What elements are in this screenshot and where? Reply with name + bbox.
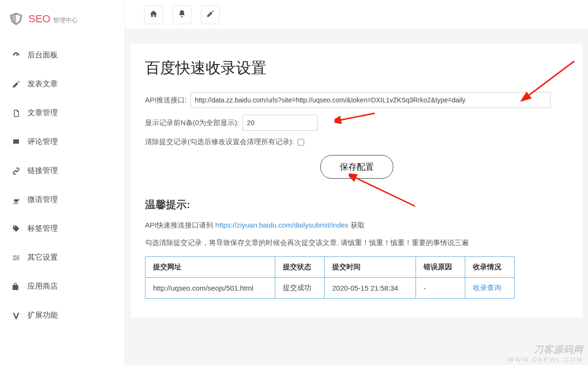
clear-checkbox[interactable] bbox=[298, 139, 304, 146]
sidebar-item-label: 后台面板 bbox=[27, 50, 58, 60]
bag-icon bbox=[11, 282, 21, 292]
tips-line-2: 勾选清除提交记录，将导致保存文章的时候会再次提交该文章. 请慎重！慎重！慎重！重… bbox=[145, 236, 568, 249]
tips-heading: 温馨提示: bbox=[145, 198, 568, 212]
sidebar-item-post[interactable]: 发表文章 bbox=[0, 70, 125, 99]
bell-icon bbox=[178, 9, 186, 19]
sidebar-item-label: 其它设置 bbox=[27, 253, 58, 263]
sidebar-item-settings[interactable]: 其它设置 bbox=[0, 243, 125, 272]
cell-status: 提交成功 bbox=[275, 278, 324, 299]
sidebar-item-label: 文章管理 bbox=[27, 108, 58, 118]
clear-label: 清除提交记录(勾选后修改设置会清理所有记录): bbox=[145, 137, 294, 146]
watermark-url: WWW.DKEWL.COM bbox=[508, 356, 583, 363]
sidebar-item-label: 评论管理 bbox=[27, 137, 58, 147]
watermark-title: 刀客源码网 bbox=[508, 343, 583, 356]
index-query-link[interactable]: 收录查询 bbox=[473, 283, 501, 292]
tips-link[interactable]: https://ziyuan.baidu.com/dailysubmit/ind… bbox=[215, 221, 348, 229]
sidebar-item-tags[interactable]: 标签管理 bbox=[0, 214, 125, 243]
v-icon bbox=[11, 311, 21, 320]
home-icon bbox=[149, 9, 158, 19]
api-label: API推送接口: bbox=[145, 96, 187, 105]
compose-button[interactable] bbox=[201, 5, 220, 24]
link-icon bbox=[11, 166, 21, 176]
sidebar-item-label: 链接管理 bbox=[27, 166, 58, 176]
sidebar-item-dashboard[interactable]: 后台面板 bbox=[0, 41, 125, 70]
brand-title: SEO bbox=[28, 13, 50, 25]
docs-icon bbox=[11, 109, 21, 118]
cell-url: http://uqseo.com/seojs/501.html bbox=[145, 278, 275, 299]
api-row: API推送接口: bbox=[145, 92, 568, 108]
sidebar-item-articles[interactable]: 文章管理 bbox=[0, 99, 125, 128]
cell-index: 收录查询 bbox=[465, 278, 514, 299]
sidebar: SEO 管理中心 后台面板 发表文章 文章管理 评论管理 链接管理 微语管理 标… bbox=[0, 0, 125, 365]
sidebar-item-store[interactable]: 应用商店 bbox=[0, 272, 125, 301]
comment-icon bbox=[11, 137, 21, 147]
brand-subtitle: 管理中心 bbox=[53, 17, 78, 24]
sidebar-item-label: 扩展功能 bbox=[27, 310, 58, 320]
nav-list: 后台面板 发表文章 文章管理 评论管理 链接管理 微语管理 标签管理 其它设置 … bbox=[0, 37, 125, 334]
records-row: 显示记录前N条(0为全部显示): bbox=[145, 115, 568, 131]
save-button[interactable]: 保存配置 bbox=[320, 155, 393, 179]
clear-row: 清除提交记录(勾选后修改设置会清理所有记录): bbox=[145, 137, 568, 146]
logo-icon bbox=[9, 11, 24, 27]
table-header-row: 提交网址 提交状态 提交时间 错误原因 收录情况 bbox=[145, 257, 515, 278]
sidebar-item-links[interactable]: 链接管理 bbox=[0, 156, 125, 185]
sliders-icon bbox=[11, 253, 21, 263]
sidebar-item-comments[interactable]: 评论管理 bbox=[0, 128, 125, 156]
dashboard-icon bbox=[11, 51, 21, 60]
edit-icon bbox=[11, 80, 21, 89]
sidebar-item-micro[interactable]: 微语管理 bbox=[0, 185, 125, 214]
sidebar-item-label: 应用商店 bbox=[27, 282, 58, 292]
th-error: 错误原因 bbox=[416, 257, 465, 278]
sidebar-item-label: 微语管理 bbox=[27, 195, 58, 205]
th-status: 提交状态 bbox=[275, 257, 324, 278]
coffee-icon bbox=[11, 195, 21, 205]
brand: SEO 管理中心 bbox=[0, 5, 125, 37]
home-button[interactable] bbox=[144, 5, 163, 24]
settings-card: 百度快速收录设置 API推送接口: 显示记录前N条(0为全部显示): bbox=[131, 44, 582, 318]
cell-error: - bbox=[416, 278, 465, 299]
records-input[interactable] bbox=[243, 115, 317, 131]
tips-line-1: API快速推送接口请到 https://ziyuan.baidu.com/dai… bbox=[145, 219, 568, 231]
api-input[interactable] bbox=[190, 92, 551, 108]
th-url: 提交网址 bbox=[145, 257, 275, 278]
records-label: 显示记录前N条(0为全部显示): bbox=[145, 119, 239, 128]
svg-line-1 bbox=[338, 113, 375, 120]
page-title: 百度快速收录设置 bbox=[145, 58, 568, 79]
sidebar-item-label: 发表文章 bbox=[27, 79, 58, 89]
th-time: 提交时间 bbox=[325, 257, 416, 278]
cell-time: 2020-05-15 21:58:34 bbox=[325, 278, 416, 299]
notification-button[interactable] bbox=[172, 5, 191, 24]
tag-icon bbox=[11, 224, 21, 234]
annotation-arrow-icon bbox=[335, 111, 377, 125]
sidebar-item-label: 标签管理 bbox=[27, 224, 58, 234]
sidebar-item-extend[interactable]: 扩展功能 bbox=[0, 301, 125, 330]
topbar bbox=[125, 0, 588, 29]
table-row: http://uqseo.com/seojs/501.html 提交成功 202… bbox=[145, 278, 515, 299]
compose-icon bbox=[206, 9, 215, 19]
watermark: 刀客源码网 WWW.DKEWL.COM bbox=[508, 343, 583, 363]
th-index: 收录情况 bbox=[465, 257, 514, 278]
submission-table: 提交网址 提交状态 提交时间 错误原因 收录情况 http://uqseo.co… bbox=[145, 256, 515, 299]
